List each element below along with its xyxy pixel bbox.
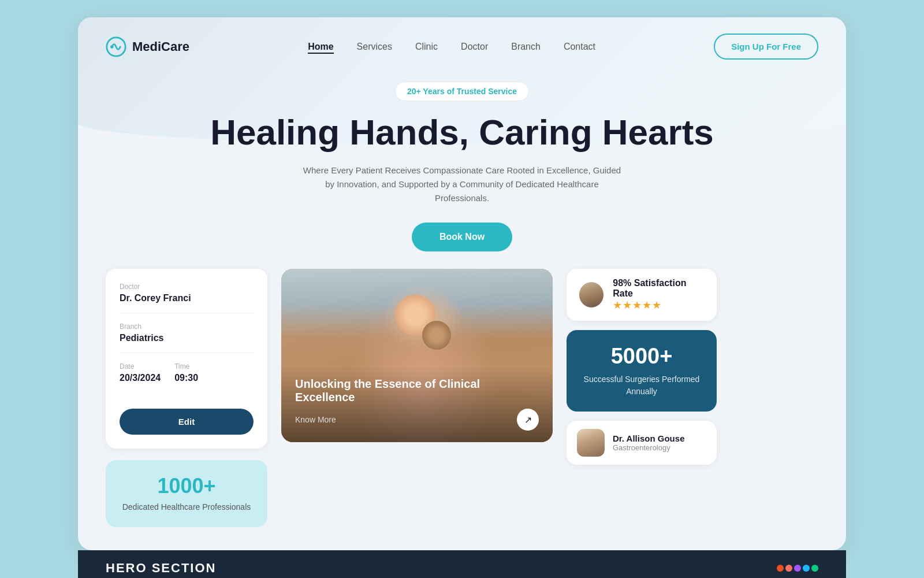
branch-label: Branch	[120, 323, 254, 331]
branch-field: Branch Pediatrics	[120, 323, 254, 353]
arrow-button[interactable]: ↗	[517, 409, 539, 431]
book-button[interactable]: Book Now	[412, 223, 512, 251]
pct-number: 98%	[613, 278, 631, 288]
hero-title: Healing Hands, Caring Hearts	[106, 113, 818, 152]
navbar: MediCare Home Services Clinic Doctor Bra…	[78, 17, 846, 76]
doctor-avatar	[577, 429, 605, 457]
doctor-label: Doctor	[120, 283, 254, 291]
bottom-bar: HERO SECTION	[78, 550, 846, 578]
know-more-row: Know More ↗	[295, 409, 539, 431]
surgeries-number: 5000+	[578, 344, 705, 369]
doctor-value: Dr. Corey Franci	[120, 293, 254, 303]
image-card: Unlocking the Essence of Clinical Excell…	[281, 269, 553, 442]
time-value: 09:30	[174, 373, 198, 383]
surgeries-card: 5000+ Successful Surgeries Performed Ann…	[567, 330, 717, 412]
satisfaction-card: 98% Satisfaction Rate ★★★★★	[567, 269, 717, 321]
figma-dot-1	[777, 565, 784, 572]
date-value: 20/3/2024	[120, 373, 161, 383]
doctor-card: Dr. Allison Gouse Gastroenterology	[567, 421, 717, 465]
avatar-inner	[579, 282, 603, 307]
trusted-badge: 20+ Years of Trusted Service	[395, 81, 529, 101]
figma-dot-5	[811, 565, 818, 572]
bottom-label: HERO SECTION	[106, 561, 216, 576]
figma-dot-2	[785, 565, 792, 572]
doctor-info: Dr. Allison Gouse Gastroenterology	[613, 433, 684, 452]
image-title: Unlocking the Essence of Clinical Excell…	[295, 377, 539, 404]
logo[interactable]: MediCare	[106, 36, 189, 57]
brand-name: MediCare	[132, 39, 189, 54]
hero-section: 20+ Years of Trusted Service Healing Han…	[78, 76, 846, 251]
surgeries-label: Successful Surgeries Performed Annually	[578, 373, 705, 398]
signup-button[interactable]: Sign Up For Free	[714, 34, 818, 60]
nav-links: Home Services Clinic Doctor Branch Conta…	[308, 42, 595, 52]
figma-dot-4	[803, 565, 810, 572]
stats-card: 1000+ Dedicated Healthcare Professionals	[106, 460, 267, 527]
avatar	[578, 281, 605, 309]
main-content: Doctor Dr. Corey Franci Branch Pediatric…	[78, 269, 846, 527]
nav-contact[interactable]: Contact	[564, 42, 595, 51]
satisfaction-info: 98% Satisfaction Rate ★★★★★	[613, 278, 705, 312]
doctor-field: Doctor Dr. Corey Franci	[120, 283, 254, 313]
left-panel: Doctor Dr. Corey Franci Branch Pediatric…	[106, 269, 267, 527]
know-more-text: Know More	[295, 415, 336, 424]
nav-clinic[interactable]: Clinic	[415, 42, 438, 51]
doctor-specialty: Gastroenterology	[613, 443, 684, 452]
nav-doctor[interactable]: Doctor	[461, 42, 488, 51]
figma-logo	[777, 565, 818, 572]
stats-number: 1000+	[120, 474, 254, 498]
nav-branch[interactable]: Branch	[511, 42, 541, 51]
stars: ★★★★★	[613, 299, 705, 312]
hero-subtitle: Where Every Patient Receives Compassiona…	[300, 164, 624, 205]
svg-point-1	[110, 45, 113, 48]
satisfaction-pct: 98% Satisfaction Rate	[613, 278, 705, 299]
date-label: Date	[120, 362, 161, 370]
time-label: Time	[174, 362, 198, 370]
figma-dot-3	[794, 565, 801, 572]
nav-home[interactable]: Home	[308, 42, 333, 54]
nav-services[interactable]: Services	[357, 42, 392, 51]
stats-label: Dedicated Healthcare Professionals	[120, 502, 254, 513]
right-panel: 98% Satisfaction Rate ★★★★★ 5000+ Succes…	[567, 269, 717, 465]
datetime-field: Date 20/3/2024 Time 09:30	[120, 362, 254, 392]
doctor-avatar-inner	[577, 429, 605, 457]
image-overlay: Unlocking the Essence of Clinical Excell…	[281, 366, 553, 442]
branch-value: Pediatrics	[120, 333, 254, 343]
logo-icon	[106, 36, 126, 57]
edit-button[interactable]: Edit	[120, 409, 254, 435]
appointment-card: Doctor Dr. Corey Franci Branch Pediatric…	[106, 269, 267, 449]
doctor-name: Dr. Allison Gouse	[613, 433, 684, 443]
